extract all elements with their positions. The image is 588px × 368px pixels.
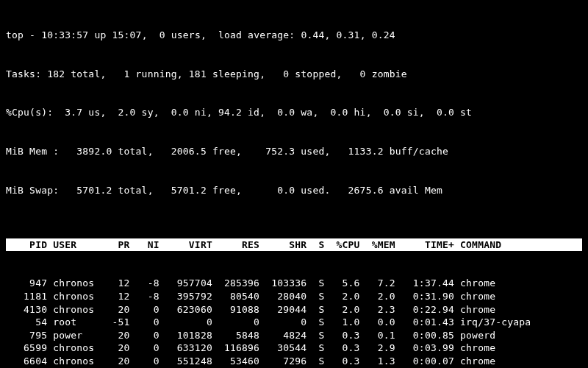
summary-line-cpu: %Cpu(s): 3.7 us, 2.0 sy, 0.0 ni, 94.2 id… xyxy=(6,106,582,119)
process-row: 947 chronos 12 -8 957704 285396 103336 S… xyxy=(6,277,582,290)
process-row: 54 root -51 0 0 0 0 S 1.0 0.0 0:01.43 ir… xyxy=(6,316,582,329)
summary-line-mem: MiB Mem : 3892.0 total, 2006.5 free, 752… xyxy=(6,145,582,158)
process-row: 1181 chronos 12 -8 395792 80540 28040 S … xyxy=(6,290,582,303)
process-table-header: PID USER PR NI VIRT RES SHR S %CPU %MEM … xyxy=(6,238,582,252)
terminal-screen[interactable]: top - 10:33:57 up 15:07, 0 users, load a… xyxy=(0,0,588,368)
summary-line-swap: MiB Swap: 5701.2 total, 5701.2 free, 0.0… xyxy=(6,184,582,197)
process-row: 6599 chronos 20 0 633120 116896 30544 S … xyxy=(6,342,582,355)
summary-line-1: top - 10:33:57 up 15:07, 0 users, load a… xyxy=(6,29,582,42)
process-row: 6604 chronos 20 0 551248 53460 7296 S 0.… xyxy=(6,355,582,368)
process-table-body: 947 chronos 12 -8 957704 285396 103336 S… xyxy=(6,277,582,368)
process-row: 795 power 20 0 101828 5848 4824 S 0.3 0.… xyxy=(6,329,582,342)
process-row: 4130 chronos 20 0 623060 91088 29044 S 2… xyxy=(6,303,582,316)
summary-line-tasks: Tasks: 182 total, 1 running, 181 sleepin… xyxy=(6,68,582,81)
